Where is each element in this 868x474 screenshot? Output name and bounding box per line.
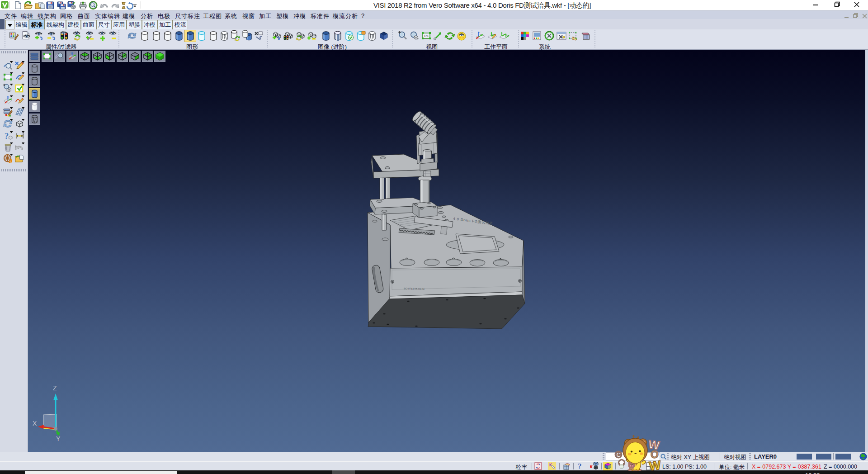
svg-text:Y: Y: [56, 435, 61, 442]
svg-text:W: W: [648, 459, 661, 472]
svg-text:?: ?: [578, 462, 582, 470]
svg-text:C: C: [617, 451, 621, 458]
svg-text:1:1: 1:1: [424, 34, 429, 38]
svg-text:Z: Z: [53, 384, 57, 392]
svg-text:X: X: [33, 420, 37, 427]
svg-text:BO-9714-05-03-04: BO-9714-05-03-04: [404, 287, 425, 290]
svg-text:?: ?: [5, 131, 9, 141]
